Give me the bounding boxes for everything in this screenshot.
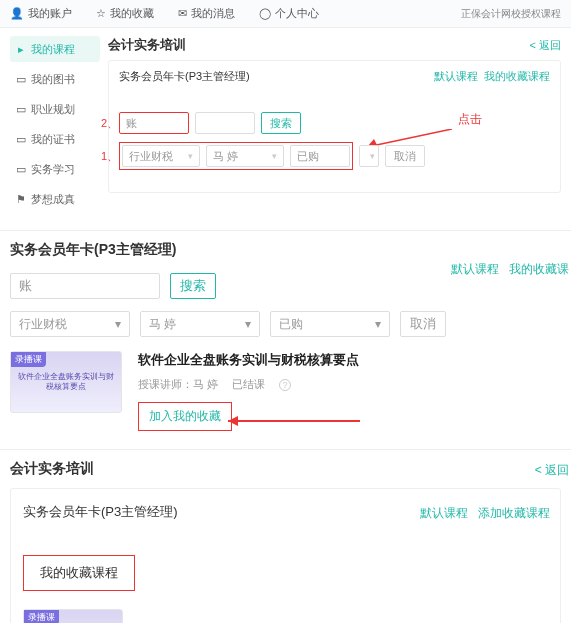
link-add-3[interactable]: 添加收藏课程: [478, 506, 550, 520]
course-row-2: 录播课 软件企业全盘账务实训与财税核算要点 软件企业全盘账务实训与财税核算要点 …: [10, 351, 561, 431]
sidebar-item-dream[interactable]: ⚑梦想成真: [10, 186, 100, 212]
filter-label: 行业财税: [19, 316, 67, 333]
back-link-1[interactable]: < 返回: [530, 38, 561, 53]
search-input-1[interactable]: [119, 112, 189, 134]
search-input-2[interactable]: [10, 273, 160, 299]
card3-links: 默认课程 添加收藏课程: [420, 505, 550, 522]
filter-row-search: 2、 搜索: [119, 112, 550, 134]
section2-title: 实务会员年卡(P3主管经理): [10, 241, 561, 259]
nav-profile[interactable]: ◯个人中心: [259, 6, 319, 21]
chevron-down-icon: ▾: [370, 151, 375, 161]
filter-status-1[interactable]: 已购: [290, 145, 350, 167]
cancel-button-1[interactable]: 取消: [385, 145, 425, 167]
nav-messages-label: 我的消息: [191, 6, 235, 21]
filter-label: 马 婷: [213, 149, 238, 164]
chevron-down-icon: ▾: [245, 317, 251, 331]
nav-favorites-label: 我的收藏: [110, 6, 154, 21]
sidebar-item-courses[interactable]: ▸我的课程: [10, 36, 100, 62]
mail-icon: ✉: [178, 7, 187, 20]
book-icon: ▭: [16, 73, 26, 86]
sidebar-item-cert[interactable]: ▭我的证书: [10, 126, 100, 152]
briefcase-icon: ▭: [16, 103, 26, 116]
cancel-button-2[interactable]: 取消: [400, 311, 446, 337]
teacher-label-text: 授课讲师：: [138, 378, 193, 390]
link-fav-2[interactable]: 我的收藏课: [509, 262, 569, 276]
nav-messages[interactable]: ✉我的消息: [178, 6, 235, 21]
filter-teacher-1[interactable]: 马 婷▾: [206, 145, 284, 167]
filter-label: 已购: [279, 316, 303, 333]
filter-status-2[interactable]: 已购▾: [270, 311, 390, 337]
nav-account-label: 我的账户: [28, 6, 72, 21]
sidebar-item-label: 梦想成真: [31, 192, 75, 207]
filter-teacher-2[interactable]: 马 婷▾: [140, 311, 260, 337]
search-button-1[interactable]: 搜索: [261, 112, 301, 134]
sidebar-item-career[interactable]: ▭职业规划: [10, 96, 100, 122]
cert-icon: ▭: [16, 133, 26, 146]
flag-icon: ⚑: [16, 193, 26, 206]
chevron-down-icon: ▾: [188, 151, 193, 161]
sidebar-item-label: 我的图书: [31, 72, 75, 87]
annotation-arrow-2: [220, 409, 360, 433]
user-icon: 👤: [10, 7, 24, 20]
back-link-3[interactable]: < 返回: [535, 462, 569, 479]
nav-favorites[interactable]: ☆我的收藏: [96, 6, 154, 21]
thumb-tag: 录播课: [11, 352, 46, 367]
svg-marker-3: [228, 416, 238, 426]
card-3: 实务会员年卡(P3主管经理) 默认课程 添加收藏课程 我的收藏课程 录播课 软件…: [10, 488, 561, 623]
course-meta-2: 授课讲师：马 婷 已结课 ?: [138, 377, 359, 392]
course-status: 已结课: [232, 377, 265, 392]
sidebar-item-label: 我的证书: [31, 132, 75, 147]
chevron-down-icon: ▾: [375, 317, 381, 331]
link-default-2[interactable]: 默认课程: [451, 262, 499, 276]
search-button-2[interactable]: 搜索: [170, 273, 216, 299]
section-2: 实务会员年卡(P3主管经理) 默认课程 我的收藏课 搜索 行业财税▾ 马 婷▾ …: [0, 231, 571, 450]
info-icon[interactable]: ?: [279, 379, 291, 391]
teacher-name: 马 婷: [193, 378, 218, 390]
annotation-num-2: 2、: [101, 116, 118, 131]
filter-industry-2[interactable]: 行业财税▾: [10, 311, 130, 337]
section-3: 会计实务培训 < 返回 实务会员年卡(P3主管经理) 默认课程 添加收藏课程 我…: [0, 450, 571, 623]
sidebar-item-books[interactable]: ▭我的图书: [10, 66, 100, 92]
filter-row-selects: 1、 行业财税▾ 马 婷▾ 已购 ▾ 取消: [119, 142, 550, 170]
thumb-tag-3: 录播课: [24, 610, 59, 623]
fav-tab[interactable]: 我的收藏课程: [23, 555, 135, 591]
filter-extra[interactable]: ▾: [359, 145, 379, 167]
main-panel-1: 会计实务培训 < 返回 实务会员年卡(P3主管经理) 默认课程 我的收藏课程 点…: [100, 36, 561, 216]
profile-icon: ◯: [259, 7, 271, 20]
filter-label: 行业财税: [129, 149, 173, 164]
chevron-down-icon: ▾: [115, 317, 121, 331]
link-default-1[interactable]: 默认课程: [434, 70, 478, 82]
add-favorite-button[interactable]: 加入我的收藏: [138, 402, 232, 431]
link-default-3[interactable]: 默认课程: [420, 506, 468, 520]
sidebar-item-practice[interactable]: ▭实务学习: [10, 156, 100, 182]
top-nav: 👤我的账户 ☆我的收藏 ✉我的消息 ◯个人中心 正保会计网校授权课程: [0, 0, 571, 28]
chevron-down-icon: ▾: [272, 151, 277, 161]
link-fav-1[interactable]: 我的收藏课程: [484, 70, 550, 82]
section2-links: 默认课程 我的收藏课: [451, 261, 569, 278]
course-title-2: 软件企业全盘账务实训与财税核算要点: [138, 351, 359, 369]
sidebar-item-label: 实务学习: [31, 162, 75, 177]
annotation-num-1: 1、: [101, 149, 118, 164]
course-row-3: 录播课 软件企业全盘账务实训与财税核算要点 课程目录 下载讲义: [23, 609, 548, 623]
play-icon: ▸: [16, 43, 26, 56]
section1-title: 会计实务培训: [108, 36, 561, 54]
card1-links: 默认课程 我的收藏课程: [434, 69, 550, 84]
teacher-label: 授课讲师：马 婷: [138, 377, 218, 392]
section3-title: 会计实务培训: [10, 460, 561, 478]
nav-right-note: 正保会计网校授权课程: [461, 7, 561, 21]
nav-account[interactable]: 👤我的账户: [10, 6, 72, 21]
filter-label: 已购: [297, 149, 319, 164]
course-thumbnail-2[interactable]: 录播课 软件企业全盘账务实训与财税核算要点: [10, 351, 122, 413]
pencil-icon: ▭: [16, 163, 26, 176]
filter-industry-1[interactable]: 行业财税▾: [122, 145, 200, 167]
filter-label: 马 婷: [149, 316, 176, 333]
search-input-1b[interactable]: [195, 112, 255, 134]
annotation-redbox: 行业财税▾ 马 婷▾ 已购: [119, 142, 353, 170]
filters-1: 2、 搜索 1、 行业财税▾ 马 婷▾ 已购 ▾ 取消: [119, 112, 550, 170]
star-icon: ☆: [96, 7, 106, 20]
section-1: ▸我的课程 ▭我的图书 ▭职业规划 ▭我的证书 ▭实务学习 ⚑梦想成真 会计实务…: [0, 28, 571, 231]
sidebar-item-label: 我的课程: [31, 42, 75, 57]
thumb-text: 软件企业全盘账务实训与财税核算要点: [11, 372, 121, 391]
course-thumbnail-3[interactable]: 录播课: [23, 609, 123, 623]
card-1: 实务会员年卡(P3主管经理) 默认课程 我的收藏课程 点击 2、 搜索 1、 行…: [108, 60, 561, 193]
